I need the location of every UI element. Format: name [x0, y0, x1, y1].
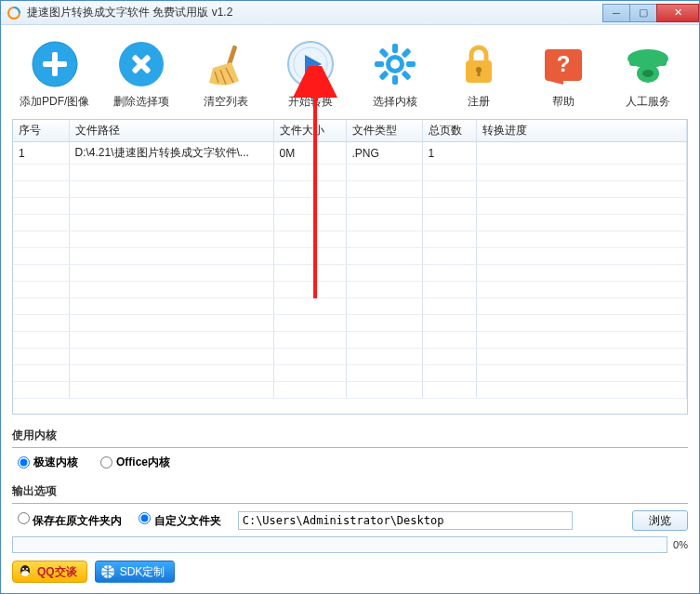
table-row [13, 231, 687, 248]
qq-icon [17, 563, 33, 580]
add-label: 添加PDF/图像 [20, 94, 89, 110]
col-pages[interactable]: 总页数 [422, 120, 476, 142]
svg-rect-15 [406, 61, 416, 67]
custom-folder-radio[interactable]: 自定义文件夹 [139, 512, 220, 529]
office-kernel-radio[interactable]: Office内核 [100, 455, 170, 470]
sdk-button[interactable]: SDK定制 [95, 561, 176, 583]
keep-original-radio[interactable]: 保存在原文件夹内 [18, 512, 122, 529]
table-row [13, 181, 687, 198]
help-label: 帮助 [552, 94, 575, 110]
delete-icon [117, 40, 165, 88]
col-size[interactable]: 文件大小 [273, 120, 346, 142]
clear-list-button[interactable]: 清空列表 [193, 40, 258, 110]
output-path-input[interactable] [238, 511, 573, 530]
col-path[interactable]: 文件路径 [69, 120, 273, 142]
table-row [13, 282, 687, 298]
register-button[interactable]: 注册 [446, 40, 511, 110]
progress-bar [12, 536, 667, 553]
table-row [13, 215, 687, 231]
register-label: 注册 [468, 94, 490, 110]
lock-icon [455, 40, 503, 88]
help-icon: ? [539, 40, 588, 88]
table-header-row: 序号 文件路径 文件大小 文件类型 总页数 转换进度 [13, 120, 687, 142]
kernel-title: 使用内核 [12, 428, 688, 443]
table-row [13, 382, 687, 399]
output-section: 输出选项 保存在原文件夹内 自定义文件夹 浏览 0% [12, 483, 688, 553]
qq-chat-button[interactable]: QQ交谈 [12, 561, 87, 583]
kernel-label: 选择内核 [373, 94, 417, 110]
table-body: 1D:\4.21\捷速图片转换成文字软件\...0M.PNG1 [13, 142, 687, 399]
globe-icon [99, 563, 116, 580]
start-convert-button[interactable]: 开始转换 [278, 40, 343, 110]
table-row [13, 198, 687, 215]
window-controls: ─ ▢ ✕ [603, 4, 699, 22]
svg-rect-16 [401, 47, 411, 58]
svg-rect-4 [43, 61, 67, 67]
window-title: 捷速图片转换成文字软件 免费试用版 v1.2 [27, 5, 232, 20]
broom-icon [202, 40, 250, 88]
table-row [13, 248, 687, 265]
plus-icon [31, 40, 79, 88]
col-type[interactable]: 文件类型 [346, 120, 422, 142]
kernel-section: 使用内核 极速内核 Office内核 [12, 428, 688, 470]
svg-point-34 [26, 568, 28, 570]
play-icon [286, 40, 335, 88]
table-row [13, 315, 687, 332]
table-row[interactable]: 1D:\4.21\捷速图片转换成文字软件\...0M.PNG1 [13, 142, 687, 165]
svg-point-33 [22, 568, 24, 570]
toolbar: 添加PDF/图像 删除选择项 清空列表 开始转换 [12, 34, 688, 119]
file-table: 序号 文件路径 文件大小 文件类型 总页数 转换进度 1D:\4.21\捷速图片… [12, 119, 688, 415]
svg-point-29 [642, 70, 654, 77]
clear-label: 清空列表 [204, 94, 248, 110]
add-pdf-image-button[interactable]: 添加PDF/图像 [20, 40, 89, 110]
service-label: 人工服务 [626, 94, 670, 110]
start-label: 开始转换 [288, 94, 333, 110]
phone-icon [624, 40, 672, 88]
svg-rect-19 [401, 70, 411, 80]
output-title: 输出选项 [12, 483, 688, 499]
progress-percent: 0% [673, 539, 688, 550]
maximize-button[interactable]: ▢ [629, 4, 657, 22]
table-row [13, 365, 687, 382]
app-window: 捷速图片转换成文字软件 免费试用版 v1.2 ─ ▢ ✕ 添加PDF/图像 删除… [0, 0, 700, 594]
table-row [13, 298, 687, 315]
svg-rect-18 [378, 47, 389, 58]
delete-label: 删除选择项 [113, 94, 169, 110]
svg-rect-23 [478, 70, 481, 76]
footer: QQ交谈 SDK定制 [12, 561, 688, 583]
col-index[interactable]: 序号 [13, 120, 69, 142]
table-row [13, 265, 687, 282]
close-button[interactable]: ✕ [656, 4, 699, 22]
gear-icon [371, 40, 419, 88]
table-row [13, 165, 687, 181]
svg-rect-17 [378, 70, 389, 80]
content-area: 添加PDF/图像 删除选择项 清空列表 开始转换 [1, 25, 699, 593]
svg-point-20 [390, 59, 400, 69]
svg-rect-27 [659, 57, 667, 66]
browse-button[interactable]: 浏览 [632, 510, 688, 531]
svg-point-35 [24, 570, 27, 572]
minimize-button[interactable]: ─ [602, 4, 630, 22]
select-kernel-button[interactable]: 选择内核 [363, 40, 428, 110]
table-row [13, 349, 687, 365]
svg-rect-14 [375, 61, 384, 67]
delete-selection-button[interactable]: 删除选择项 [109, 40, 174, 110]
col-progress[interactable]: 转换进度 [476, 120, 687, 142]
svg-point-32 [21, 571, 29, 576]
svg-rect-12 [392, 44, 398, 53]
svg-text:?: ? [557, 51, 571, 76]
titlebar: 捷速图片转换成文字软件 免费试用版 v1.2 ─ ▢ ✕ [1, 1, 699, 25]
svg-rect-26 [629, 57, 637, 66]
table-row [13, 332, 687, 349]
svg-rect-13 [392, 75, 398, 85]
help-button[interactable]: ? 帮助 [531, 40, 596, 110]
fast-kernel-radio[interactable]: 极速内核 [18, 455, 78, 470]
service-button[interactable]: 人工服务 [615, 40, 680, 110]
app-icon [7, 6, 21, 20]
